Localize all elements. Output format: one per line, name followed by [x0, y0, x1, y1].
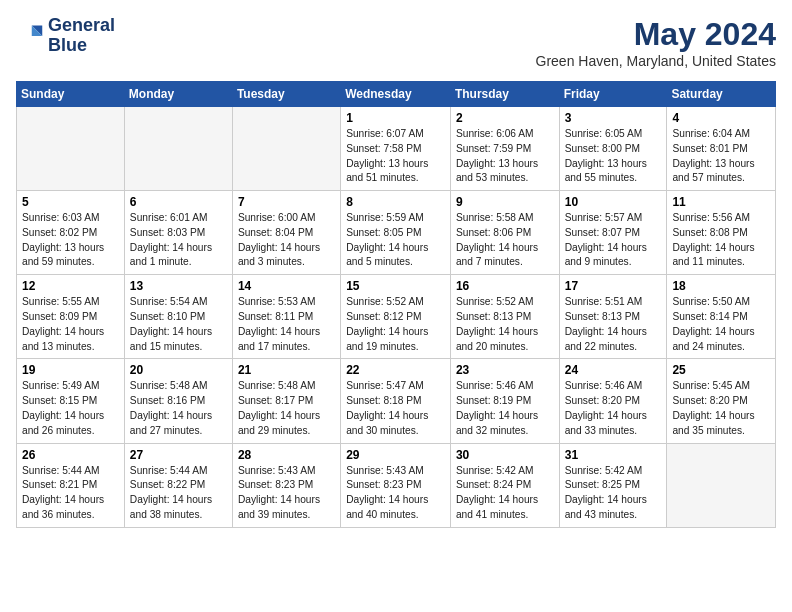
calendar-cell: 17Sunrise: 5:51 AM Sunset: 8:13 PM Dayli…: [559, 275, 667, 359]
day-info: Sunrise: 5:46 AM Sunset: 8:20 PM Dayligh…: [565, 379, 662, 438]
location: Green Haven, Maryland, United States: [536, 53, 776, 69]
calendar-cell: 7Sunrise: 6:00 AM Sunset: 8:04 PM Daylig…: [232, 191, 340, 275]
calendar-cell: 18Sunrise: 5:50 AM Sunset: 8:14 PM Dayli…: [667, 275, 776, 359]
day-info: Sunrise: 5:57 AM Sunset: 8:07 PM Dayligh…: [565, 211, 662, 270]
calendar-week-2: 5Sunrise: 6:03 AM Sunset: 8:02 PM Daylig…: [17, 191, 776, 275]
day-number: 5: [22, 195, 119, 209]
day-info: Sunrise: 5:52 AM Sunset: 8:12 PM Dayligh…: [346, 295, 445, 354]
day-info: Sunrise: 5:46 AM Sunset: 8:19 PM Dayligh…: [456, 379, 554, 438]
day-info: Sunrise: 6:03 AM Sunset: 8:02 PM Dayligh…: [22, 211, 119, 270]
day-number: 27: [130, 448, 227, 462]
day-number: 28: [238, 448, 335, 462]
calendar-cell: 22Sunrise: 5:47 AM Sunset: 8:18 PM Dayli…: [341, 359, 451, 443]
day-number: 23: [456, 363, 554, 377]
day-number: 10: [565, 195, 662, 209]
calendar-cell: 15Sunrise: 5:52 AM Sunset: 8:12 PM Dayli…: [341, 275, 451, 359]
day-info: Sunrise: 5:44 AM Sunset: 8:22 PM Dayligh…: [130, 464, 227, 523]
day-info: Sunrise: 5:48 AM Sunset: 8:16 PM Dayligh…: [130, 379, 227, 438]
calendar-week-5: 26Sunrise: 5:44 AM Sunset: 8:21 PM Dayli…: [17, 443, 776, 527]
calendar-week-4: 19Sunrise: 5:49 AM Sunset: 8:15 PM Dayli…: [17, 359, 776, 443]
calendar-cell: 24Sunrise: 5:46 AM Sunset: 8:20 PM Dayli…: [559, 359, 667, 443]
calendar-cell: 19Sunrise: 5:49 AM Sunset: 8:15 PM Dayli…: [17, 359, 125, 443]
day-info: Sunrise: 5:52 AM Sunset: 8:13 PM Dayligh…: [456, 295, 554, 354]
day-number: 3: [565, 111, 662, 125]
calendar-cell: 12Sunrise: 5:55 AM Sunset: 8:09 PM Dayli…: [17, 275, 125, 359]
calendar-cell: 6Sunrise: 6:01 AM Sunset: 8:03 PM Daylig…: [124, 191, 232, 275]
weekday-header-monday: Monday: [124, 82, 232, 107]
day-number: 24: [565, 363, 662, 377]
calendar-week-1: 1Sunrise: 6:07 AM Sunset: 7:58 PM Daylig…: [17, 107, 776, 191]
day-number: 21: [238, 363, 335, 377]
day-number: 26: [22, 448, 119, 462]
calendar-cell: [124, 107, 232, 191]
day-info: Sunrise: 5:50 AM Sunset: 8:14 PM Dayligh…: [672, 295, 770, 354]
calendar-cell: [667, 443, 776, 527]
logo-line2: Blue: [48, 35, 87, 55]
calendar-cell: 25Sunrise: 5:45 AM Sunset: 8:20 PM Dayli…: [667, 359, 776, 443]
day-info: Sunrise: 5:42 AM Sunset: 8:24 PM Dayligh…: [456, 464, 554, 523]
logo: General Blue: [16, 16, 115, 56]
page-header: General Blue May 2024 Green Haven, Maryl…: [16, 16, 776, 69]
weekday-header-row: SundayMondayTuesdayWednesdayThursdayFrid…: [17, 82, 776, 107]
day-number: 15: [346, 279, 445, 293]
weekday-header-sunday: Sunday: [17, 82, 125, 107]
day-info: Sunrise: 5:42 AM Sunset: 8:25 PM Dayligh…: [565, 464, 662, 523]
calendar-cell: 8Sunrise: 5:59 AM Sunset: 8:05 PM Daylig…: [341, 191, 451, 275]
day-info: Sunrise: 5:47 AM Sunset: 8:18 PM Dayligh…: [346, 379, 445, 438]
logo-icon: [16, 22, 44, 50]
calendar-cell: 27Sunrise: 5:44 AM Sunset: 8:22 PM Dayli…: [124, 443, 232, 527]
calendar-cell: 3Sunrise: 6:05 AM Sunset: 8:00 PM Daylig…: [559, 107, 667, 191]
calendar-cell: 11Sunrise: 5:56 AM Sunset: 8:08 PM Dayli…: [667, 191, 776, 275]
calendar-cell: 16Sunrise: 5:52 AM Sunset: 8:13 PM Dayli…: [450, 275, 559, 359]
day-number: 11: [672, 195, 770, 209]
day-number: 8: [346, 195, 445, 209]
calendar-cell: 20Sunrise: 5:48 AM Sunset: 8:16 PM Dayli…: [124, 359, 232, 443]
month-title: May 2024: [536, 16, 776, 53]
weekday-header-saturday: Saturday: [667, 82, 776, 107]
day-info: Sunrise: 6:00 AM Sunset: 8:04 PM Dayligh…: [238, 211, 335, 270]
calendar-cell: 26Sunrise: 5:44 AM Sunset: 8:21 PM Dayli…: [17, 443, 125, 527]
day-info: Sunrise: 5:53 AM Sunset: 8:11 PM Dayligh…: [238, 295, 335, 354]
day-info: Sunrise: 6:01 AM Sunset: 8:03 PM Dayligh…: [130, 211, 227, 270]
day-number: 6: [130, 195, 227, 209]
calendar-cell: [232, 107, 340, 191]
calendar-cell: 1Sunrise: 6:07 AM Sunset: 7:58 PM Daylig…: [341, 107, 451, 191]
day-number: 2: [456, 111, 554, 125]
day-info: Sunrise: 6:06 AM Sunset: 7:59 PM Dayligh…: [456, 127, 554, 186]
weekday-header-friday: Friday: [559, 82, 667, 107]
calendar-cell: 14Sunrise: 5:53 AM Sunset: 8:11 PM Dayli…: [232, 275, 340, 359]
calendar-cell: 13Sunrise: 5:54 AM Sunset: 8:10 PM Dayli…: [124, 275, 232, 359]
calendar-cell: 4Sunrise: 6:04 AM Sunset: 8:01 PM Daylig…: [667, 107, 776, 191]
calendar-cell: 5Sunrise: 6:03 AM Sunset: 8:02 PM Daylig…: [17, 191, 125, 275]
calendar-cell: 30Sunrise: 5:42 AM Sunset: 8:24 PM Dayli…: [450, 443, 559, 527]
day-info: Sunrise: 5:51 AM Sunset: 8:13 PM Dayligh…: [565, 295, 662, 354]
calendar-cell: [17, 107, 125, 191]
calendar-cell: 2Sunrise: 6:06 AM Sunset: 7:59 PM Daylig…: [450, 107, 559, 191]
day-number: 12: [22, 279, 119, 293]
day-number: 25: [672, 363, 770, 377]
calendar-cell: 9Sunrise: 5:58 AM Sunset: 8:06 PM Daylig…: [450, 191, 559, 275]
title-block: May 2024 Green Haven, Maryland, United S…: [536, 16, 776, 69]
day-number: 14: [238, 279, 335, 293]
day-info: Sunrise: 5:54 AM Sunset: 8:10 PM Dayligh…: [130, 295, 227, 354]
day-number: 29: [346, 448, 445, 462]
calendar-cell: 21Sunrise: 5:48 AM Sunset: 8:17 PM Dayli…: [232, 359, 340, 443]
calendar-cell: 23Sunrise: 5:46 AM Sunset: 8:19 PM Dayli…: [450, 359, 559, 443]
calendar-week-3: 12Sunrise: 5:55 AM Sunset: 8:09 PM Dayli…: [17, 275, 776, 359]
day-number: 31: [565, 448, 662, 462]
calendar-cell: 31Sunrise: 5:42 AM Sunset: 8:25 PM Dayli…: [559, 443, 667, 527]
weekday-header-wednesday: Wednesday: [341, 82, 451, 107]
day-info: Sunrise: 5:59 AM Sunset: 8:05 PM Dayligh…: [346, 211, 445, 270]
calendar-cell: 10Sunrise: 5:57 AM Sunset: 8:07 PM Dayli…: [559, 191, 667, 275]
day-info: Sunrise: 5:43 AM Sunset: 8:23 PM Dayligh…: [346, 464, 445, 523]
day-info: Sunrise: 6:04 AM Sunset: 8:01 PM Dayligh…: [672, 127, 770, 186]
day-info: Sunrise: 5:45 AM Sunset: 8:20 PM Dayligh…: [672, 379, 770, 438]
day-info: Sunrise: 6:07 AM Sunset: 7:58 PM Dayligh…: [346, 127, 445, 186]
day-info: Sunrise: 6:05 AM Sunset: 8:00 PM Dayligh…: [565, 127, 662, 186]
weekday-header-thursday: Thursday: [450, 82, 559, 107]
day-number: 30: [456, 448, 554, 462]
day-info: Sunrise: 5:48 AM Sunset: 8:17 PM Dayligh…: [238, 379, 335, 438]
day-number: 18: [672, 279, 770, 293]
day-number: 4: [672, 111, 770, 125]
day-number: 19: [22, 363, 119, 377]
